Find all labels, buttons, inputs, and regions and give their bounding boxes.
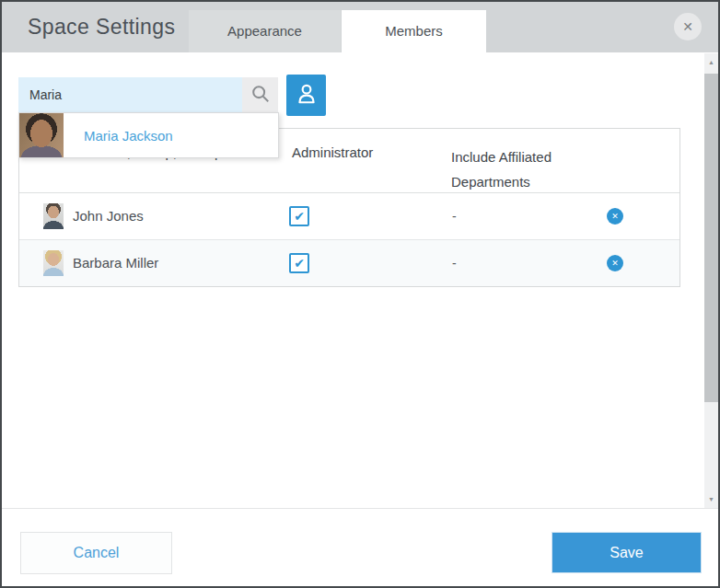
column-header-include-affiliated: Include Affiliated Departments xyxy=(451,144,575,194)
add-person-icon xyxy=(295,82,319,109)
column-header-administrator: Administrator xyxy=(292,144,373,160)
scroll-up-icon[interactable]: ▲ xyxy=(704,53,718,72)
remove-member-icon[interactable]: ✕ xyxy=(607,208,623,225)
search-icon xyxy=(250,84,271,107)
tab-members[interactable]: Members xyxy=(342,10,486,52)
table-row: John Jones ✔ - ✕ xyxy=(19,193,679,239)
dialog-title: Space Settings xyxy=(28,2,175,52)
save-button[interactable]: Save xyxy=(552,532,702,573)
administrator-checkbox[interactable]: ✔ xyxy=(289,206,309,226)
search-suggestion-dropdown: Maria Jackson xyxy=(18,112,279,158)
scrollbar-thumb[interactable] xyxy=(704,74,718,402)
administrator-checkbox[interactable]: ✔ xyxy=(289,253,309,273)
add-member-button[interactable] xyxy=(286,75,326,116)
dialog-footer: Cancel Save xyxy=(2,508,718,586)
space-settings-dialog: Space Settings Appearance Members ✕ User… xyxy=(0,0,720,588)
table-row: Barbara Miller ✔ - ✕ xyxy=(19,239,679,286)
avatar xyxy=(43,203,64,229)
tab-appearance[interactable]: Appearance xyxy=(189,10,341,52)
scroll-down-icon[interactable]: ▼ xyxy=(704,490,718,509)
include-affiliated-value: - xyxy=(452,193,457,239)
avatar xyxy=(19,113,64,157)
member-name: Barbara Miller xyxy=(73,240,158,286)
member-name: John Jones xyxy=(73,193,144,239)
remove-member-icon[interactable]: ✕ xyxy=(607,255,623,271)
suggestion-item[interactable]: Maria Jackson xyxy=(19,113,278,157)
avatar xyxy=(43,250,64,276)
dialog-header: Space Settings Appearance Members ✕ xyxy=(2,2,718,52)
cancel-button[interactable]: Cancel xyxy=(20,532,172,574)
search-button[interactable] xyxy=(242,77,278,112)
vertical-scrollbar[interactable]: ▲ ▼ xyxy=(704,53,718,509)
member-search-input[interactable] xyxy=(18,77,242,112)
include-affiliated-value: - xyxy=(452,240,457,286)
close-icon[interactable]: ✕ xyxy=(674,13,702,40)
suggestion-name: Maria Jackson xyxy=(84,128,173,144)
